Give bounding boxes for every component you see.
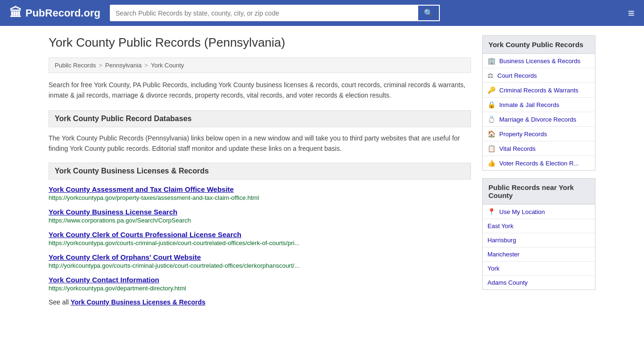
record-title[interactable]: York County Clerk of Courts Professional… [49, 230, 471, 239]
sidebar-main-header: York County Public Records [482, 35, 595, 54]
record-url: https://yorkcountypa.gov/property-taxes/… [49, 194, 471, 201]
record-url: https://www.corporations.pa.gov/Search/C… [49, 217, 471, 224]
sidebar-nearby-item[interactable]: Adams County [483, 276, 595, 289]
record-url: http://yorkcountypa.gov/courts-criminal-… [49, 262, 471, 269]
sidebar-item-icon: 🔒 [487, 101, 495, 108]
sidebar-item-icon: 💍 [487, 115, 495, 123]
sidebar-nearby-item[interactable]: Manchester [483, 247, 595, 262]
sidebar-item-link[interactable]: Business Licenses & Records [499, 58, 580, 65]
sidebar-nearby-item[interactable]: East York [483, 219, 595, 233]
sidebar-main-item[interactable]: 🏠Property Records [483, 127, 595, 141]
records-list: York County Assessment and Tax Claim Off… [49, 185, 471, 292]
see-all-link[interactable]: York County Business Licenses & Records [71, 298, 206, 306]
sidebar-main-item[interactable]: 🔑Criminal Records & Warrants [483, 83, 595, 98]
sidebar-main-item[interactable]: 🔒Inmate & Jail Records [483, 98, 595, 112]
sidebar-item-link[interactable]: Property Records [499, 131, 547, 138]
record-title[interactable]: York County Assessment and Tax Claim Off… [49, 185, 471, 193]
databases-section-desc: The York County Public Records (Pennsylv… [49, 133, 471, 154]
see-all-text: See all York County Business Licenses & … [49, 298, 471, 306]
breadcrumb-sep-1: > [99, 62, 102, 69]
breadcrumb-public-records[interactable]: Public Records [55, 62, 96, 69]
location-icon: 📍 [487, 208, 495, 215]
sidebar-item-link[interactable]: Vital Records [499, 145, 536, 152]
sidebar-nearby-item[interactable]: York [483, 262, 595, 276]
record-url: https://yorkcountypa.gov/department-dire… [49, 285, 471, 292]
breadcrumb-sep-2: > [144, 62, 148, 69]
sidebar: York County Public Records 🏢Business Lic… [482, 35, 595, 306]
record-title[interactable]: York County Business License Search [49, 208, 471, 216]
sidebar-main-item[interactable]: 🏢Business Licenses & Records [483, 54, 595, 68]
sidebar-item-icon: 🔑 [487, 86, 495, 94]
page-container: York County Public Records (Pennsylvania… [39, 26, 605, 315]
logo-icon: 🏛 [9, 6, 22, 20]
nearby-location-link[interactable]: York [487, 265, 500, 272]
nearby-location-link[interactable]: East York [487, 222, 513, 230]
search-bar: 🔍 [110, 5, 440, 21]
record-block: York County Contact Information https://… [49, 276, 471, 292]
nearby-location-link[interactable]: Manchester [487, 251, 520, 258]
nearby-location-link[interactable]: Adams County [487, 279, 528, 286]
sidebar-item-icon: 📋 [487, 145, 495, 152]
sidebar-nearby-item[interactable]: Harrisburg [483, 233, 595, 247]
menu-button[interactable]: ≡ [628, 7, 635, 20]
record-url: https://yorkcountypa.gov/courts-criminal… [49, 239, 471, 247]
sidebar-main-item[interactable]: 👍Voter Records & Election R... [483, 156, 595, 170]
site-logo[interactable]: 🏛 PubRecord.org [9, 6, 100, 20]
main-content: York County Public Records (Pennsylvania… [49, 35, 471, 306]
sidebar-main-item[interactable]: 📋Vital Records [483, 141, 595, 156]
record-block: York County Clerk of Courts Professional… [49, 230, 471, 247]
breadcrumb: Public Records > Pennsylvania > York Cou… [49, 58, 471, 73]
biz-section-header: York County Business Licenses & Records [49, 163, 471, 180]
record-title[interactable]: York County Contact Information [49, 276, 471, 284]
nearby-location-link[interactable]: Harrisburg [487, 237, 516, 244]
sidebar-item-link[interactable]: Court Records [497, 72, 537, 79]
record-block: York County Business License Search http… [49, 208, 471, 224]
sidebar-use-location[interactable]: 📍Use My Location [483, 205, 595, 219]
sidebar-main-list: 🏢Business Licenses & Records⚖Court Recor… [482, 54, 595, 171]
record-block: York County Clerk of Orphans' Court Webs… [49, 253, 471, 269]
logo-text: PubRecord.org [25, 7, 100, 19]
sidebar-item-icon: 🏠 [487, 130, 495, 138]
sidebar-item-icon: ⚖ [487, 72, 494, 79]
record-title[interactable]: York County Clerk of Orphans' Court Webs… [49, 253, 471, 261]
sidebar-nearby-section: Public Records near York County 📍Use My … [482, 178, 595, 290]
sidebar-main-item[interactable]: ⚖Court Records [483, 68, 595, 83]
sidebar-nearby-header: Public Records near York County [482, 178, 595, 205]
sidebar-item-icon: 👍 [487, 159, 495, 167]
sidebar-item-icon: 🏢 [487, 57, 495, 65]
search-input[interactable] [110, 5, 418, 21]
breadcrumb-pennsylvania[interactable]: Pennsylvania [105, 62, 141, 69]
page-title: York County Public Records (Pennsylvania… [49, 35, 471, 50]
sidebar-nearby-list: 📍Use My LocationEast YorkHarrisburgManch… [482, 205, 595, 290]
sidebar-item-link[interactable]: Criminal Records & Warrants [499, 87, 578, 94]
record-block: York County Assessment and Tax Claim Off… [49, 185, 471, 201]
breadcrumb-york-county: York County [151, 62, 184, 69]
sidebar-main-item[interactable]: 💍Marriage & Divorce Records [483, 112, 595, 127]
use-location-link[interactable]: Use My Location [499, 208, 545, 215]
sidebar-main-section: York County Public Records 🏢Business Lic… [482, 35, 595, 171]
intro-text: Search for free York County, PA Public R… [49, 80, 471, 101]
sidebar-item-link[interactable]: Voter Records & Election R... [499, 160, 578, 167]
databases-section-header: York County Public Record Databases [49, 110, 471, 127]
search-button[interactable]: 🔍 [418, 5, 440, 21]
sidebar-item-link[interactable]: Marriage & Divorce Records [499, 116, 576, 123]
site-header: 🏛 PubRecord.org 🔍 ≡ [0, 0, 644, 26]
sidebar-item-link[interactable]: Inmate & Jail Records [499, 101, 559, 108]
